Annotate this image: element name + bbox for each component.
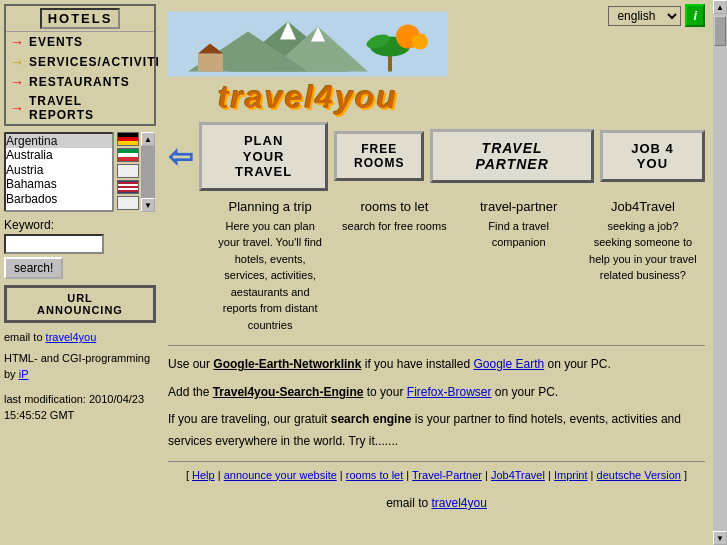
search-engine-bold: search engine <box>331 412 412 426</box>
keyword-input[interactable] <box>4 234 104 254</box>
travel-partner-header: travel-partner <box>465 199 573 214</box>
email-label: email to <box>4 331 43 343</box>
deutsche-version-link[interactable]: deutsche Version <box>597 469 681 481</box>
last-mod-line: last modification: 2010/04/23 15:45:52 G… <box>4 391 156 424</box>
flag-de <box>117 132 139 146</box>
google-earth-link[interactable]: Google Earth <box>473 357 544 371</box>
announce-website-link[interactable]: announce your website <box>224 469 337 481</box>
free-rooms-label: FREERooms <box>354 142 404 170</box>
planning-body: Here you can plan your travel. You'll fi… <box>216 218 324 334</box>
rooms-header: rooms to let <box>340 199 448 214</box>
footer-travel4you-link[interactable]: travel4you <box>431 496 486 510</box>
travel-partner-label: Travel partner <box>445 140 579 172</box>
firefox-line: Add the Travel4you-Search-Engine to your… <box>168 382 705 404</box>
travel4you-search-engine-link[interactable]: Travel4you-Search-Engine <box>213 385 364 399</box>
nav-buttons: ⇦ PLANYOUR TRAVEL FREERooms Travel partn… <box>168 122 705 191</box>
search-button[interactable]: search! <box>4 257 63 279</box>
restaurants-nav-item[interactable]: → RESTAURANTS <box>6 72 154 92</box>
left-arrow-button[interactable]: ⇦ <box>168 139 193 174</box>
google-earth-post: on your PC. <box>544 357 611 371</box>
language-select[interactable]: english deutsch <box>608 6 681 26</box>
url-box-line2: ANNOUNCING <box>11 304 149 316</box>
scroll-down-right[interactable]: ▼ <box>713 531 727 545</box>
hotels-label[interactable]: HOTELS <box>40 8 121 29</box>
info-col-job: Job4Travel seeking a job? seeking someon… <box>581 199 705 334</box>
footer-links: [ Help | announce your website | rooms t… <box>168 461 705 490</box>
url-announcing-box: URL ANNOUNCING <box>4 285 156 323</box>
events-label: EVENTS <box>29 35 83 49</box>
firefox-mid: to your <box>363 385 406 399</box>
flag-column <box>117 132 139 210</box>
svg-point-12 <box>412 34 428 50</box>
google-earth-mid: if you have installed <box>361 357 473 371</box>
lang-select-wrap: english deutsch i <box>608 4 705 27</box>
travel-partner-body: Find a travel companion <box>465 218 573 251</box>
help-link[interactable]: Help <box>192 469 215 481</box>
sidebar: HOTELS → EVENTS → SERVICES/ACTIVITIES → … <box>0 0 160 545</box>
travel-partner-footer-link[interactable]: Travel-Partner <box>412 469 482 481</box>
country-scrollbar[interactable]: ▲ ▼ <box>141 132 155 212</box>
country-select[interactable]: Argentina Australia Austria Bahamas Barb… <box>4 132 114 212</box>
nav-box: HOTELS → EVENTS → SERVICES/ACTIVITIES → … <box>4 4 156 126</box>
logo-area: travel4you <box>168 4 448 116</box>
restaurants-label: RESTAURANTS <box>29 75 130 89</box>
plan-travel-label: PLANYOUR TRAVEL <box>214 133 313 180</box>
programming-link[interactable]: iP <box>19 368 29 380</box>
job4you-label: JOB 4 YOU <box>615 141 690 171</box>
info-col-travel-partner: travel-partner Find a travel companion <box>457 199 581 334</box>
footer-email-pre: email to <box>386 496 431 510</box>
plan-travel-button[interactable]: PLANYOUR TRAVEL <box>199 122 328 191</box>
email-link[interactable]: travel4you <box>46 331 97 343</box>
right-scrollbar[interactable]: ▲ ▼ <box>713 0 727 545</box>
travel-reports-nav-item[interactable]: → TRAVEL REPORTS <box>6 92 154 124</box>
job4travel-link[interactable]: Job4Travel <box>491 469 545 481</box>
job4you-button[interactable]: JOB 4 YOU <box>600 130 705 182</box>
footer-email: email to travel4you <box>168 493 705 515</box>
restaurants-arrow: → <box>10 74 25 90</box>
flag-blank2 <box>117 180 139 194</box>
rooms-to-let-link[interactable]: rooms to let <box>346 469 403 481</box>
scroll-track <box>141 146 155 198</box>
services-label: SERVICES/ACTIVITIES <box>29 55 178 69</box>
imprint-link[interactable]: Imprint <box>554 469 588 481</box>
travel-reports-label: TRAVEL REPORTS <box>29 94 150 122</box>
scroll-down-arrow[interactable]: ▼ <box>141 198 155 212</box>
flag-blank <box>117 164 139 178</box>
firefox-post: on your PC. <box>491 385 558 399</box>
header-area: travel4you english deutsch i <box>168 4 705 116</box>
travel-partner-button[interactable]: Travel partner <box>430 129 594 183</box>
flag-blank3 <box>117 196 139 210</box>
planning-header: Planning a trip <box>216 199 324 214</box>
search-engine-line: If you are traveling, our gratuit search… <box>168 409 705 452</box>
info-col-planning: Planning a trip Here you can plan your t… <box>208 199 332 334</box>
firefox-pre: Add the <box>168 385 213 399</box>
google-earth-networklink[interactable]: Google-Earth-Networklink <box>213 357 361 371</box>
main-content: travel4you english deutsch i ⇦ PLANYOUR … <box>160 0 713 545</box>
info-button[interactable]: i <box>685 4 705 27</box>
travel-reports-arrow: → <box>10 100 25 116</box>
info-col-rooms: rooms to let search for free rooms <box>332 199 456 334</box>
events-nav-item[interactable]: → EVENTS <box>6 32 154 52</box>
url-box-line1: URL <box>11 292 149 304</box>
google-earth-pre: Use our <box>168 357 213 371</box>
header-right: english deutsch i <box>608 4 705 27</box>
keyword-label: Keyword: <box>4 218 156 232</box>
bottom-section: Use our Google-Earth-Networklink if you … <box>168 345 705 515</box>
free-rooms-button[interactable]: FREERooms <box>334 131 424 181</box>
email-line: email to travel4you <box>4 329 156 346</box>
scroll-up-arrow[interactable]: ▲ <box>141 132 155 146</box>
scroll-up-right[interactable]: ▲ <box>713 0 727 14</box>
svg-rect-6 <box>198 54 223 72</box>
services-nav-item[interactable]: → SERVICES/ACTIVITIES <box>6 52 154 72</box>
logo-text: travel4you <box>218 79 398 116</box>
mountain-illustration <box>168 4 448 84</box>
job-body: seeking a job? seeking someone to help y… <box>589 218 697 284</box>
google-earth-line: Use our Google-Earth-Networklink if you … <box>168 354 705 376</box>
firefox-browser-link[interactable]: Firefox-Browser <box>407 385 492 399</box>
hotels-nav-item[interactable]: HOTELS <box>6 6 154 32</box>
info-columns: Planning a trip Here you can plan your t… <box>168 199 705 334</box>
sidebar-footer: email to travel4you HTML- and CGI-progra… <box>4 329 156 424</box>
country-section: Argentina Australia Austria Bahamas Barb… <box>4 132 156 212</box>
scroll-thumb[interactable] <box>714 16 726 46</box>
job-header: Job4Travel <box>589 199 697 214</box>
